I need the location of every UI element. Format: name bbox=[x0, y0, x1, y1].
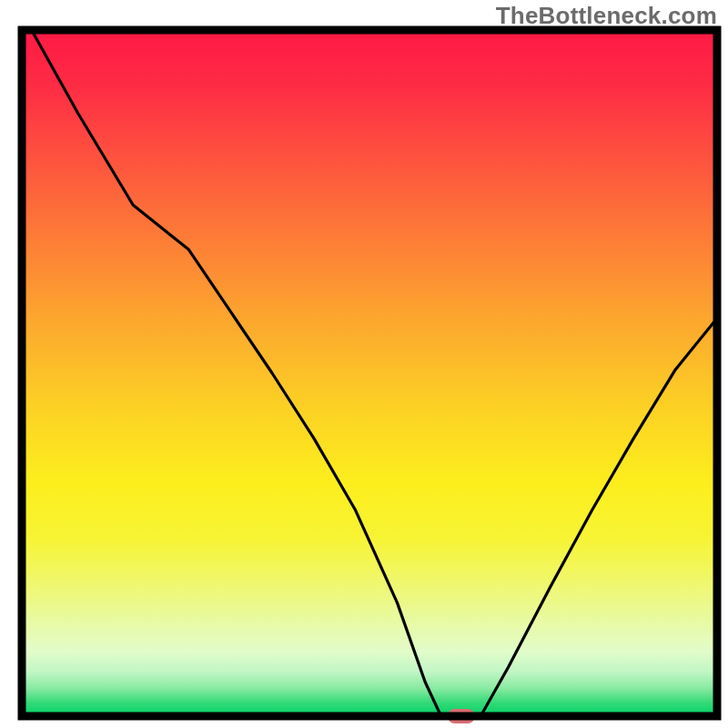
plot-background bbox=[22, 30, 717, 716]
bottleneck-chart bbox=[0, 0, 728, 728]
watermark-text: TheBottleneck.com bbox=[496, 2, 717, 30]
chart-container: TheBottleneck.com bbox=[0, 0, 728, 728]
